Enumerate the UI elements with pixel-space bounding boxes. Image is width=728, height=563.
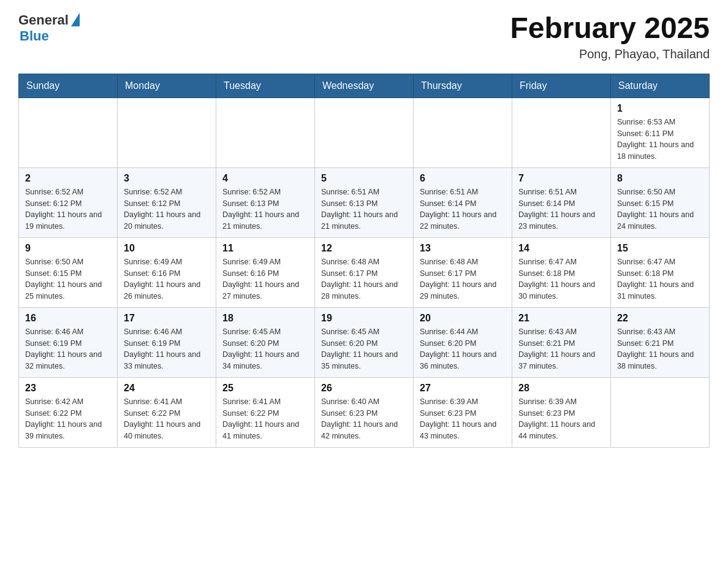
day-info: Sunrise: 6:48 AM Sunset: 6:17 PM Dayligh… xyxy=(321,256,407,302)
logo-triangle-icon xyxy=(71,13,80,26)
calendar-day-cell: 25Sunrise: 6:41 AM Sunset: 6:22 PM Dayli… xyxy=(216,377,315,447)
location-title: Pong, Phayao, Thailand xyxy=(510,47,710,61)
day-info: Sunrise: 6:51 AM Sunset: 6:13 PM Dayligh… xyxy=(321,186,407,232)
day-info: Sunrise: 6:41 AM Sunset: 6:22 PM Dayligh… xyxy=(222,396,308,442)
calendar-day-cell xyxy=(118,98,216,167)
calendar-day-cell: 22Sunrise: 6:43 AM Sunset: 6:21 PM Dayli… xyxy=(611,307,710,377)
calendar-day-cell xyxy=(216,98,315,167)
calendar-day-cell xyxy=(315,98,414,167)
day-info: Sunrise: 6:39 AM Sunset: 6:23 PM Dayligh… xyxy=(518,396,604,442)
title-block: February 2025 Pong, Phayao, Thailand xyxy=(510,12,710,61)
calendar-day-cell xyxy=(19,98,118,167)
calendar-day-cell: 26Sunrise: 6:40 AM Sunset: 6:23 PM Dayli… xyxy=(315,377,414,447)
calendar-day-cell: 6Sunrise: 6:51 AM Sunset: 6:14 PM Daylig… xyxy=(414,167,512,237)
day-number: 25 xyxy=(222,383,308,394)
day-info: Sunrise: 6:41 AM Sunset: 6:22 PM Dayligh… xyxy=(124,396,210,442)
day-info: Sunrise: 6:51 AM Sunset: 6:14 PM Dayligh… xyxy=(420,186,506,232)
day-number: 17 xyxy=(124,313,210,324)
day-info: Sunrise: 6:40 AM Sunset: 6:23 PM Dayligh… xyxy=(321,396,407,442)
day-info: Sunrise: 6:53 AM Sunset: 6:11 PM Dayligh… xyxy=(617,117,703,163)
day-number: 27 xyxy=(420,383,506,394)
calendar-day-cell: 4Sunrise: 6:52 AM Sunset: 6:13 PM Daylig… xyxy=(216,167,315,237)
calendar-week-row: 16Sunrise: 6:46 AM Sunset: 6:19 PM Dayli… xyxy=(19,307,710,377)
day-number: 13 xyxy=(420,243,506,254)
calendar-day-cell: 5Sunrise: 6:51 AM Sunset: 6:13 PM Daylig… xyxy=(315,167,414,237)
day-info: Sunrise: 6:45 AM Sunset: 6:20 PM Dayligh… xyxy=(321,326,407,372)
day-info: Sunrise: 6:46 AM Sunset: 6:19 PM Dayligh… xyxy=(25,326,111,372)
calendar-day-cell xyxy=(611,377,710,447)
day-info: Sunrise: 6:48 AM Sunset: 6:17 PM Dayligh… xyxy=(420,256,506,302)
day-of-week-header: Tuesday xyxy=(216,74,315,98)
day-info: Sunrise: 6:39 AM Sunset: 6:23 PM Dayligh… xyxy=(420,396,506,442)
day-info: Sunrise: 6:52 AM Sunset: 6:12 PM Dayligh… xyxy=(124,186,210,232)
day-number: 1 xyxy=(617,103,703,114)
calendar-day-cell: 23Sunrise: 6:42 AM Sunset: 6:22 PM Dayli… xyxy=(19,377,118,447)
day-number: 6 xyxy=(420,173,506,184)
calendar-day-cell: 12Sunrise: 6:48 AM Sunset: 6:17 PM Dayli… xyxy=(315,237,414,307)
day-of-week-header: Monday xyxy=(118,74,216,98)
day-number: 20 xyxy=(420,313,506,324)
calendar-header-row: SundayMondayTuesdayWednesdayThursdayFrid… xyxy=(19,74,710,98)
day-number: 19 xyxy=(321,313,407,324)
calendar-day-cell: 17Sunrise: 6:46 AM Sunset: 6:19 PM Dayli… xyxy=(118,307,216,377)
day-info: Sunrise: 6:45 AM Sunset: 6:20 PM Dayligh… xyxy=(222,326,308,372)
day-number: 8 xyxy=(617,173,703,184)
day-number: 16 xyxy=(25,313,111,324)
calendar-day-cell: 10Sunrise: 6:49 AM Sunset: 6:16 PM Dayli… xyxy=(118,237,216,307)
calendar-day-cell: 16Sunrise: 6:46 AM Sunset: 6:19 PM Dayli… xyxy=(19,307,118,377)
day-number: 3 xyxy=(124,173,210,184)
calendar-day-cell xyxy=(512,98,611,167)
calendar-day-cell: 14Sunrise: 6:47 AM Sunset: 6:18 PM Dayli… xyxy=(512,237,611,307)
calendar-day-cell: 21Sunrise: 6:43 AM Sunset: 6:21 PM Dayli… xyxy=(512,307,611,377)
day-number: 10 xyxy=(124,243,210,254)
page-header: General Blue February 2025 Pong, Phayao,… xyxy=(18,12,710,61)
day-number: 21 xyxy=(518,313,604,324)
day-info: Sunrise: 6:52 AM Sunset: 6:12 PM Dayligh… xyxy=(25,186,111,232)
calendar-week-row: 1Sunrise: 6:53 AM Sunset: 6:11 PM Daylig… xyxy=(19,98,710,167)
day-number: 18 xyxy=(222,313,308,324)
calendar-day-cell: 7Sunrise: 6:51 AM Sunset: 6:14 PM Daylig… xyxy=(512,167,611,237)
day-info: Sunrise: 6:50 AM Sunset: 6:15 PM Dayligh… xyxy=(617,186,703,232)
day-number: 2 xyxy=(25,173,111,184)
day-number: 28 xyxy=(518,383,604,394)
logo-general-text: General xyxy=(18,12,69,28)
day-info: Sunrise: 6:51 AM Sunset: 6:14 PM Dayligh… xyxy=(518,186,604,232)
day-number: 12 xyxy=(321,243,407,254)
day-info: Sunrise: 6:49 AM Sunset: 6:16 PM Dayligh… xyxy=(222,256,308,302)
calendar-day-cell: 28Sunrise: 6:39 AM Sunset: 6:23 PM Dayli… xyxy=(512,377,611,447)
calendar-day-cell: 1Sunrise: 6:53 AM Sunset: 6:11 PM Daylig… xyxy=(611,98,710,167)
day-info: Sunrise: 6:47 AM Sunset: 6:18 PM Dayligh… xyxy=(518,256,604,302)
calendar-day-cell: 20Sunrise: 6:44 AM Sunset: 6:20 PM Dayli… xyxy=(414,307,512,377)
calendar-week-row: 2Sunrise: 6:52 AM Sunset: 6:12 PM Daylig… xyxy=(19,167,710,237)
day-number: 5 xyxy=(321,173,407,184)
calendar-table: SundayMondayTuesdayWednesdayThursdayFrid… xyxy=(18,74,710,448)
day-of-week-header: Saturday xyxy=(611,74,710,98)
day-of-week-header: Friday xyxy=(512,74,611,98)
calendar-day-cell xyxy=(414,98,512,167)
day-number: 15 xyxy=(617,243,703,254)
day-of-week-header: Thursday xyxy=(414,74,512,98)
day-info: Sunrise: 6:46 AM Sunset: 6:19 PM Dayligh… xyxy=(124,326,210,372)
day-number: 7 xyxy=(518,173,604,184)
day-info: Sunrise: 6:52 AM Sunset: 6:13 PM Dayligh… xyxy=(222,186,308,232)
calendar-week-row: 23Sunrise: 6:42 AM Sunset: 6:22 PM Dayli… xyxy=(19,377,710,447)
day-number: 24 xyxy=(124,383,210,394)
calendar-week-row: 9Sunrise: 6:50 AM Sunset: 6:15 PM Daylig… xyxy=(19,237,710,307)
day-info: Sunrise: 6:43 AM Sunset: 6:21 PM Dayligh… xyxy=(617,326,703,372)
calendar-day-cell: 11Sunrise: 6:49 AM Sunset: 6:16 PM Dayli… xyxy=(216,237,315,307)
month-title: February 2025 xyxy=(510,12,710,45)
day-info: Sunrise: 6:49 AM Sunset: 6:16 PM Dayligh… xyxy=(124,256,210,302)
day-info: Sunrise: 6:44 AM Sunset: 6:20 PM Dayligh… xyxy=(420,326,506,372)
day-of-week-header: Sunday xyxy=(19,74,118,98)
day-info: Sunrise: 6:43 AM Sunset: 6:21 PM Dayligh… xyxy=(518,326,604,372)
calendar-day-cell: 13Sunrise: 6:48 AM Sunset: 6:17 PM Dayli… xyxy=(414,237,512,307)
calendar-day-cell: 27Sunrise: 6:39 AM Sunset: 6:23 PM Dayli… xyxy=(414,377,512,447)
day-number: 26 xyxy=(321,383,407,394)
calendar-day-cell: 19Sunrise: 6:45 AM Sunset: 6:20 PM Dayli… xyxy=(315,307,414,377)
day-number: 14 xyxy=(518,243,604,254)
day-number: 23 xyxy=(25,383,111,394)
calendar-day-cell: 2Sunrise: 6:52 AM Sunset: 6:12 PM Daylig… xyxy=(19,167,118,237)
calendar-day-cell: 24Sunrise: 6:41 AM Sunset: 6:22 PM Dayli… xyxy=(118,377,216,447)
day-number: 11 xyxy=(222,243,308,254)
day-number: 22 xyxy=(617,313,703,324)
